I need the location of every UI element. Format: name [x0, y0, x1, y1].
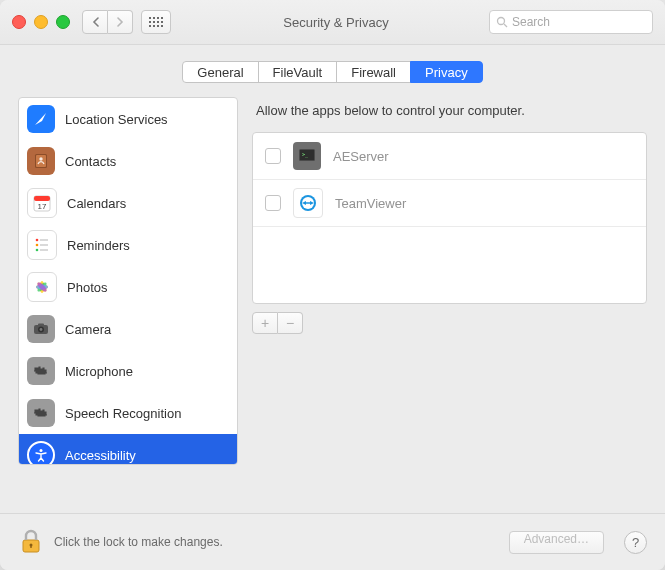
- app-name: AEServer: [333, 149, 389, 164]
- sidebar-item-photos[interactable]: Photos: [19, 266, 237, 308]
- sidebar-item-reminders[interactable]: Reminders: [19, 224, 237, 266]
- zoom-window-button[interactable]: [56, 15, 70, 29]
- svg-rect-23: [38, 324, 44, 327]
- app-row[interactable]: >_ AEServer: [253, 133, 646, 180]
- compass-icon: [27, 105, 55, 133]
- grid-icon: [149, 17, 163, 27]
- sidebar-item-label: Location Services: [65, 112, 168, 127]
- sidebar-item-speech[interactable]: Speech Recognition: [19, 392, 237, 434]
- advanced-button[interactable]: Advanced…: [509, 531, 604, 554]
- sidebar-item-label: Camera: [65, 322, 111, 337]
- teamviewer-icon: [293, 188, 323, 218]
- footer: Click the lock to make changes. Advanced…: [0, 513, 665, 570]
- search-placeholder: Search: [512, 15, 550, 29]
- sidebar-item-label: Calendars: [67, 196, 126, 211]
- forward-button[interactable]: [108, 10, 133, 34]
- terminal-icon: >_: [293, 142, 321, 170]
- svg-line-1: [504, 24, 507, 27]
- add-remove-buttons: + −: [252, 312, 647, 334]
- sidebar-item-label: Photos: [67, 280, 107, 295]
- app-name: TeamViewer: [335, 196, 406, 211]
- close-window-button[interactable]: [12, 15, 26, 29]
- sidebar-item-label: Contacts: [65, 154, 116, 169]
- book-icon: [27, 147, 55, 175]
- microphone-icon: [27, 357, 55, 385]
- window-title: Security & Privacy: [183, 15, 489, 30]
- content-area: Location Services Contacts 17 Calendars …: [0, 83, 665, 481]
- svg-rect-32: [30, 545, 31, 548]
- chevron-right-icon: [117, 17, 124, 27]
- add-app-button[interactable]: +: [252, 312, 278, 334]
- sidebar-item-camera[interactable]: Camera: [19, 308, 237, 350]
- app-checkbox[interactable]: [265, 195, 281, 211]
- sidebar-item-calendars[interactable]: 17 Calendars: [19, 182, 237, 224]
- sidebar-item-contacts[interactable]: Contacts: [19, 140, 237, 182]
- sidebar-item-location[interactable]: Location Services: [19, 98, 237, 140]
- back-button[interactable]: [82, 10, 108, 34]
- reminders-icon: [27, 230, 57, 260]
- sidebar-item-label: Accessibility: [65, 448, 136, 463]
- svg-text:17: 17: [38, 202, 47, 211]
- privacy-sidebar: Location Services Contacts 17 Calendars …: [18, 97, 238, 465]
- app-list: >_ AEServer TeamViewer: [252, 132, 647, 304]
- app-checkbox[interactable]: [265, 148, 281, 164]
- svg-point-8: [36, 239, 39, 242]
- svg-rect-6: [34, 196, 50, 201]
- tab-bar: General FileVault Firewall Privacy: [0, 61, 665, 83]
- svg-point-12: [36, 249, 39, 252]
- svg-point-24: [40, 449, 43, 452]
- tab-firewall[interactable]: Firewall: [336, 61, 411, 83]
- svg-point-0: [498, 18, 505, 25]
- chevron-left-icon: [92, 17, 99, 27]
- svg-point-4: [39, 157, 42, 160]
- preferences-window: Security & Privacy Search General FileVa…: [0, 0, 665, 570]
- sidebar-item-label: Speech Recognition: [65, 406, 181, 421]
- panel-description: Allow the apps below to control your com…: [252, 97, 647, 132]
- minimize-window-button[interactable]: [34, 15, 48, 29]
- calendar-icon: 17: [27, 188, 57, 218]
- svg-point-22: [40, 328, 43, 331]
- sidebar-item-label: Microphone: [65, 364, 133, 379]
- sidebar-item-accessibility[interactable]: Accessibility: [19, 434, 237, 465]
- titlebar: Security & Privacy Search: [0, 0, 665, 45]
- camera-icon: [27, 315, 55, 343]
- app-row[interactable]: TeamViewer: [253, 180, 646, 227]
- main-panel: Allow the apps below to control your com…: [252, 97, 647, 465]
- photos-icon: [27, 272, 57, 302]
- show-all-button[interactable]: [141, 10, 171, 34]
- tab-general[interactable]: General: [182, 61, 258, 83]
- search-icon: [496, 16, 508, 28]
- svg-text:>_: >_: [302, 151, 309, 158]
- traffic-lights: [12, 15, 70, 29]
- help-button[interactable]: ?: [624, 531, 647, 554]
- remove-app-button[interactable]: −: [278, 312, 303, 334]
- accessibility-icon: [27, 441, 55, 465]
- nav-buttons: [82, 10, 133, 34]
- lock-button[interactable]: [18, 527, 44, 557]
- tab-filevault[interactable]: FileVault: [258, 61, 338, 83]
- tab-privacy[interactable]: Privacy: [410, 61, 483, 83]
- sidebar-item-label: Reminders: [67, 238, 130, 253]
- lock-icon: [20, 529, 42, 555]
- speech-icon: [27, 399, 55, 427]
- search-field[interactable]: Search: [489, 10, 653, 34]
- svg-point-10: [36, 244, 39, 247]
- lock-description: Click the lock to make changes.: [54, 535, 499, 549]
- sidebar-item-microphone[interactable]: Microphone: [19, 350, 237, 392]
